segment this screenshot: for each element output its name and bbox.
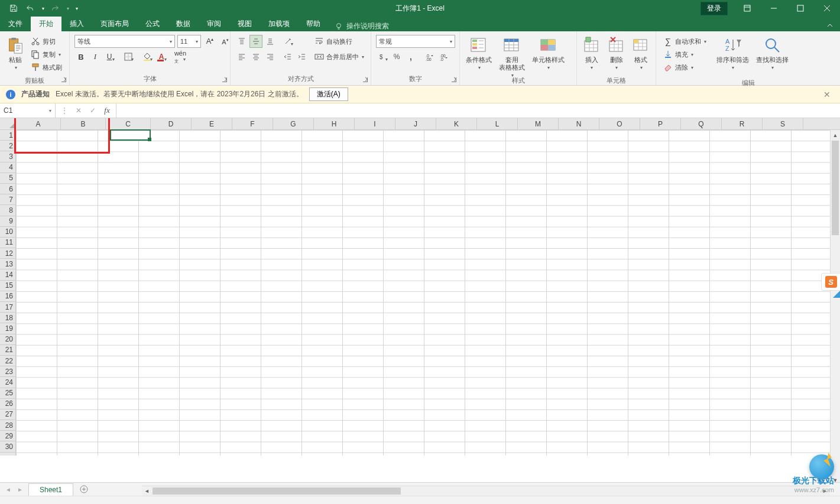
format-cells-button[interactable]: 格式▾ — [628, 35, 653, 75]
column-header[interactable]: O — [599, 118, 640, 129]
activate-button[interactable]: 激活(A) — [309, 87, 348, 101]
insert-function-icon[interactable]: fx — [100, 105, 113, 116]
new-sheet-button[interactable] — [77, 483, 91, 495]
ribbon-display-icon[interactable] — [734, 0, 760, 17]
align-right-icon[interactable] — [264, 50, 277, 63]
italic-button[interactable]: I — [89, 50, 102, 63]
tab-addins[interactable]: 加载项 — [260, 17, 298, 31]
column-header[interactable]: K — [436, 118, 477, 129]
row-header[interactable]: 25 — [0, 388, 15, 399]
font-name-combo[interactable]: 等线▾ — [74, 35, 175, 48]
row-header[interactable]: 4 — [0, 162, 15, 173]
row-header[interactable]: 10 — [0, 227, 15, 238]
row-header[interactable]: 13 — [0, 259, 15, 269]
row-header[interactable]: 23 — [0, 366, 15, 377]
row-header[interactable]: 16 — [0, 291, 15, 302]
row-header[interactable]: 5 — [0, 173, 15, 184]
row-header[interactable]: 12 — [0, 248, 15, 259]
conditional-formatting-button[interactable]: 条件格式▾ — [462, 35, 495, 75]
autosum-button[interactable]: ∑ 自动求和▾ — [662, 35, 713, 48]
column-header[interactable]: I — [355, 118, 395, 129]
row-header[interactable]: 1 — [0, 130, 15, 141]
format-as-table-button[interactable]: 套用 表格格式▾ — [495, 35, 528, 75]
undo-dropdown-icon[interactable]: ▾ — [39, 1, 46, 15]
number-launcher-icon[interactable] — [450, 76, 458, 84]
fill-handle[interactable] — [148, 138, 151, 141]
format-painter-button[interactable]: 格式刷 — [30, 61, 63, 74]
undo-icon[interactable] — [22, 1, 38, 15]
increase-decimal-icon[interactable]: .0.00 — [423, 50, 436, 63]
close-warning-icon[interactable]: ✕ — [820, 90, 834, 99]
find-select-button[interactable]: 查找和选择▾ — [753, 35, 792, 75]
spreadsheet-grid[interactable]: ABCDEFGHIJKLMNOPQRS 12345678910111213141… — [0, 118, 840, 456]
decrease-decimal-icon[interactable]: .00.0 — [437, 50, 450, 63]
vertical-scroll-thumb[interactable] — [832, 141, 839, 235]
sheet-tab-active[interactable]: Sheet1 — [28, 483, 73, 497]
save-icon[interactable] — [6, 1, 21, 15]
tab-insert[interactable]: 插入 — [61, 17, 92, 31]
font-size-combo[interactable]: 11▾ — [177, 35, 201, 48]
alignment-launcher-icon[interactable] — [361, 76, 369, 84]
merge-center-button[interactable]: 合并后居中 ▾ — [313, 50, 374, 63]
comma-format-icon[interactable]: , — [404, 50, 417, 63]
maximize-icon[interactable] — [787, 0, 813, 17]
tab-formulas[interactable]: 公式 — [137, 17, 168, 31]
align-bottom-icon[interactable] — [264, 35, 277, 48]
column-header[interactable]: E — [192, 118, 232, 129]
tab-view[interactable]: 视图 — [229, 17, 260, 31]
accounting-format-icon[interactable]: $▾ — [376, 50, 389, 63]
row-header[interactable]: 6 — [0, 184, 15, 194]
copy-button[interactable]: 复制 ▾ — [30, 48, 63, 61]
percent-format-icon[interactable]: % — [390, 50, 403, 63]
column-header[interactable]: P — [640, 118, 681, 129]
row-header[interactable]: 28 — [0, 420, 15, 431]
row-header[interactable]: 26 — [0, 399, 15, 409]
row-header[interactable]: 21 — [0, 345, 15, 356]
login-button[interactable]: 登录 — [700, 2, 728, 15]
row-header[interactable]: 2 — [0, 141, 15, 151]
clipboard-launcher-icon[interactable] — [60, 76, 68, 84]
row-header[interactable]: 15 — [0, 281, 15, 291]
formula-input[interactable] — [116, 103, 840, 118]
number-format-combo[interactable]: 常规▾ — [376, 35, 455, 48]
tell-me-search[interactable]: 操作说明搜索 — [329, 21, 395, 31]
row-header[interactable]: 27 — [0, 409, 15, 420]
column-header[interactable]: F — [232, 118, 273, 129]
wrap-text-button[interactable]: 自动换行 — [313, 35, 368, 48]
tab-page-layout[interactable]: 页面布局 — [92, 17, 137, 31]
accept-formula-icon[interactable]: ✓ — [86, 105, 99, 116]
column-header[interactable]: C — [106, 118, 151, 129]
column-header[interactable]: J — [395, 118, 436, 129]
redo-dropdown-icon[interactable]: ▾ — [64, 1, 71, 15]
column-header[interactable]: D — [151, 118, 192, 129]
clear-button[interactable]: 清除▾ — [662, 61, 713, 74]
column-header[interactable]: B — [61, 118, 106, 129]
collapse-ribbon-icon[interactable] — [820, 21, 840, 31]
column-header[interactable]: N — [559, 118, 599, 129]
column-header[interactable]: Q — [681, 118, 722, 129]
decrease-indent-icon[interactable] — [281, 50, 294, 63]
insert-cells-button[interactable]: 插入▾ — [579, 35, 604, 75]
sogou-ime-badge[interactable]: S — [821, 273, 840, 291]
cells-area[interactable] — [16, 130, 840, 456]
row-header[interactable]: 11 — [0, 238, 15, 248]
increase-indent-icon[interactable] — [296, 50, 309, 63]
increase-font-icon[interactable]: A▴ — [203, 35, 216, 48]
fill-color-button[interactable]: ▾ — [141, 50, 154, 63]
cut-button[interactable]: 剪切 — [30, 35, 63, 48]
redo-icon[interactable] — [47, 1, 63, 15]
column-header[interactable]: R — [722, 118, 763, 129]
row-header[interactable]: 14 — [0, 269, 15, 280]
align-top-icon[interactable] — [235, 35, 248, 48]
fill-button[interactable]: 填充▾ — [662, 48, 713, 61]
orientation-icon[interactable]: ▾ — [281, 35, 294, 48]
selected-cell[interactable] — [110, 129, 151, 141]
row-header[interactable]: 19 — [0, 323, 15, 334]
font-launcher-icon[interactable] — [220, 76, 229, 84]
name-box[interactable]: C1▾ — [0, 103, 56, 118]
align-left-icon[interactable] — [235, 50, 248, 63]
column-header[interactable]: H — [314, 118, 355, 129]
row-header[interactable]: 17 — [0, 302, 15, 313]
row-header[interactable]: 24 — [0, 377, 15, 388]
qat-customize-icon[interactable]: ▾ — [72, 1, 80, 15]
